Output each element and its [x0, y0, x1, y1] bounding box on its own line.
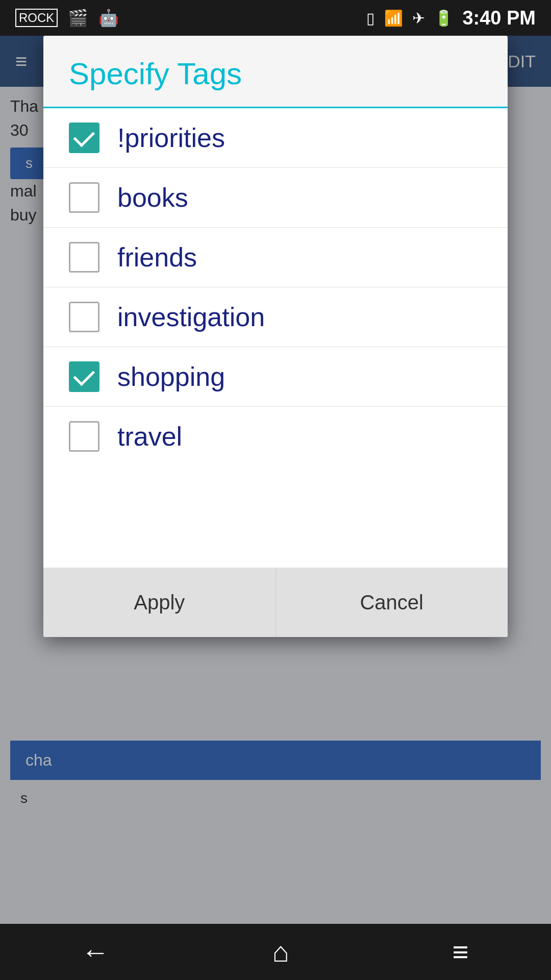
checkbox-priorities[interactable]: [69, 122, 99, 153]
robot-icon: 🤖: [98, 8, 119, 28]
home-button[interactable]: ⌂: [272, 936, 289, 968]
battery-icon: 🔋: [434, 9, 453, 27]
camera-icon: 🎬: [68, 8, 88, 28]
dialog-buttons: Apply Cancel: [43, 568, 508, 637]
tag-item-shopping[interactable]: shopping: [43, 347, 508, 407]
tag-label-investigation: investigation: [117, 302, 265, 332]
tag-item-investigation[interactable]: investigation: [43, 287, 508, 347]
dialog-body: !priorities books friends investigation …: [43, 108, 508, 568]
status-time: 3:40 PM: [462, 7, 536, 29]
tag-label-friends: friends: [117, 242, 197, 273]
tag-item-books[interactable]: books: [43, 168, 508, 228]
checkbox-travel[interactable]: [69, 421, 99, 452]
specify-tags-dialog: Specify Tags !priorities books friends i…: [43, 36, 508, 637]
battery-indicator-icon: ▯: [366, 9, 375, 27]
checkbox-investigation[interactable]: [69, 302, 99, 332]
status-bar: ROCK 🎬 🤖 ▯ 📶 ✈ 🔋 3:40 PM: [0, 0, 551, 36]
back-button[interactable]: ←: [82, 936, 110, 968]
menu-button[interactable]: ≡: [452, 936, 469, 968]
tag-item-priorities[interactable]: !priorities: [43, 108, 508, 168]
tag-item-travel[interactable]: travel: [43, 407, 508, 466]
wifi-icon: 📶: [384, 9, 403, 27]
tag-label-priorities: !priorities: [117, 122, 225, 153]
rock-icon: ROCK: [15, 9, 58, 27]
status-bar-left: ROCK 🎬 🤖: [15, 8, 119, 28]
apply-button[interactable]: Apply: [43, 568, 276, 637]
dialog-header: Specify Tags: [43, 36, 508, 108]
tag-item-friends[interactable]: friends: [43, 228, 508, 287]
bottom-navigation: ← ⌂ ≡: [0, 924, 551, 980]
checkbox-shopping[interactable]: [69, 361, 99, 392]
cancel-button[interactable]: Cancel: [276, 568, 508, 637]
status-bar-right: ▯ 📶 ✈ 🔋 3:40 PM: [366, 7, 536, 29]
airplane-icon: ✈: [412, 9, 425, 27]
tag-label-books: books: [117, 182, 188, 213]
checkbox-books[interactable]: [69, 182, 99, 213]
tag-label-shopping: shopping: [117, 361, 225, 392]
dialog-title: Specify Tags: [69, 57, 242, 91]
tag-label-travel: travel: [117, 421, 182, 452]
checkbox-friends[interactable]: [69, 242, 99, 273]
